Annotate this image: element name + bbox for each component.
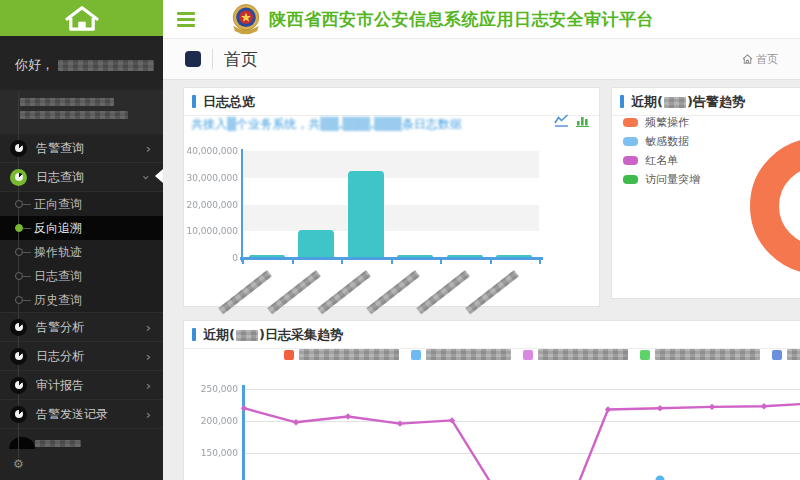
y-axis-tick-label: 30,000,000 [184, 173, 238, 183]
sidebar-nav: 告警查询 › 日志查询 › 正向查询 反向追溯 操作轨迹 [0, 133, 163, 480]
app-window: 你好， 告警查询 › 日志查询 › 正向查询 [0, 0, 800, 480]
redacted-x-axis-label [267, 270, 321, 314]
app-title: 陕西省西安市公安信息系统应用日志安全审计平台 [269, 8, 654, 31]
legend-item[interactable]: 访问量突增 [623, 170, 700, 189]
data-point-marker [293, 419, 299, 425]
x-axis-tick [490, 260, 492, 264]
redacted-username [58, 60, 154, 71]
data-point-marker [605, 406, 611, 412]
redacted-x-axis-label [416, 270, 470, 314]
bar [496, 255, 532, 257]
redacted-info-box [0, 90, 163, 133]
top-bar: 陕西省西安市公安信息系统应用日志安全审计平台 [163, 0, 800, 39]
redacted-x-axis-label [317, 270, 371, 314]
alarm-trend-donut [750, 138, 800, 274]
bullet-icon [15, 248, 23, 256]
sidebar-item-label: 告警查询 [36, 140, 84, 157]
submenu-item-reverse-trace[interactable]: 反向追溯 [0, 216, 163, 240]
sidebar: 你好， 告警查询 › 日志查询 › 正向查询 [0, 0, 163, 480]
chevron-down-icon: › [139, 174, 154, 179]
legend-label: 访问量突增 [645, 172, 700, 187]
chevron-right-icon: › [146, 349, 151, 364]
panel-alarm-trend: 近期()告警趋势 频繁操作敏感数据红名单访问量突增 [611, 87, 800, 299]
partial-circle-icon [9, 437, 35, 449]
home-logo-button[interactable] [0, 0, 163, 36]
audit-report-icon [10, 377, 27, 394]
sidebar-item-log-query[interactable]: 日志查询 › [0, 162, 163, 191]
redacted-x-axis-label [465, 270, 519, 314]
sidebar-item-redacted[interactable] [0, 428, 163, 459]
bar [249, 255, 285, 257]
legend-item[interactable]: 红名单 [623, 151, 700, 170]
legend-marker [623, 137, 638, 146]
police-badge-icon [229, 2, 263, 36]
x-axis-tick [242, 260, 244, 264]
page-title: 首页 [224, 48, 258, 71]
y-axis-tick-label: 20,000,000 [184, 200, 238, 210]
bullet-icon [15, 296, 23, 304]
alarm-query-icon [10, 140, 27, 157]
log-analysis-icon [10, 348, 27, 365]
breadcrumb-bar: 首页 首页 [163, 39, 800, 80]
redacted-info-line [20, 98, 114, 106]
bar [348, 171, 384, 257]
x-axis-tick [440, 260, 442, 264]
panel-log-overview: 日志总览 共接入▒个业务系统，共▒▒,▒▒▒,▒▒▒条日志数据 40,000,0… [183, 87, 600, 307]
log-query-icon [10, 169, 27, 186]
redacted-x-axis-label [366, 270, 420, 314]
y-axis-line [241, 149, 243, 262]
legend-item[interactable]: 频繁操作 [623, 113, 700, 132]
sidebar-item-audit-report[interactable]: 审计报告 › [0, 370, 163, 399]
home-small-icon [742, 54, 753, 64]
blue-series-point [656, 475, 665, 480]
alarm-analysis-icon [10, 319, 27, 336]
chevron-right-icon: › [146, 320, 151, 335]
main-area: 陕西省西安市公安信息系统应用日志安全审计平台 首页 首页 日志总览 共接入▒个业… [163, 0, 800, 480]
redacted-title-span [664, 97, 686, 108]
data-point-marker [761, 403, 767, 409]
legend-label: 频繁操作 [645, 115, 689, 130]
legend-marker [623, 156, 638, 165]
gear-icon[interactable]: ⚙ [13, 457, 24, 471]
data-point-marker [345, 413, 351, 419]
divider [212, 49, 213, 69]
legend-marker [623, 175, 638, 184]
legend-item[interactable]: 敏感数据 [623, 132, 700, 151]
data-point-marker [241, 405, 247, 411]
page-square-icon [185, 51, 201, 67]
x-axis-tick [539, 260, 541, 264]
panel-title: 近期()告警趋势 [631, 93, 745, 111]
bar [447, 255, 483, 257]
submenu-item-operation-track[interactable]: 操作轨迹 [0, 240, 163, 264]
sidebar-item-alarm-analysis[interactable]: 告警分析 › [0, 312, 163, 341]
chevron-right-icon: › [146, 378, 151, 393]
redacted-menu-label [35, 440, 81, 447]
hamburger-menu-icon[interactable] [177, 9, 195, 30]
data-point-marker [397, 420, 403, 426]
x-axis-tick [341, 260, 343, 264]
submenu-item-forward-query[interactable]: 正向查询 [0, 192, 163, 216]
breadcrumb-home-link[interactable]: 首页 [742, 52, 778, 67]
sidebar-item-label: 日志查询 [36, 169, 84, 186]
legend-label: 敏感数据 [645, 134, 689, 149]
sidebar-item-alarm-send-record[interactable]: 告警发送记录 › [0, 399, 163, 428]
bullet-icon [15, 272, 23, 280]
log-overview-chart: 40,000,00030,000,00020,000,00010,000,000… [184, 88, 599, 306]
legend-label: 红名单 [645, 153, 678, 168]
chevron-right-icon: › [146, 141, 151, 156]
x-axis-tick [292, 260, 294, 264]
active-menu-pointer [155, 169, 163, 183]
data-point-marker [657, 405, 663, 411]
submenu-item-log-query[interactable]: 日志查询 [0, 264, 163, 288]
greeting-label: 你好， [15, 57, 54, 72]
panel-header: 近期()告警趋势 [612, 88, 800, 116]
legend-marker [623, 118, 638, 127]
home-icon [60, 4, 104, 32]
sidebar-item-log-analysis[interactable]: 日志分析 › [0, 341, 163, 370]
sidebar-item-alarm-query[interactable]: 告警查询 › [0, 133, 163, 162]
alarm-send-icon [10, 406, 27, 423]
bar [298, 230, 334, 257]
sidebar-footer: ⚙ [0, 459, 163, 480]
submenu-item-history-query[interactable]: 历史查询 [0, 288, 163, 312]
grid-band [242, 151, 539, 178]
